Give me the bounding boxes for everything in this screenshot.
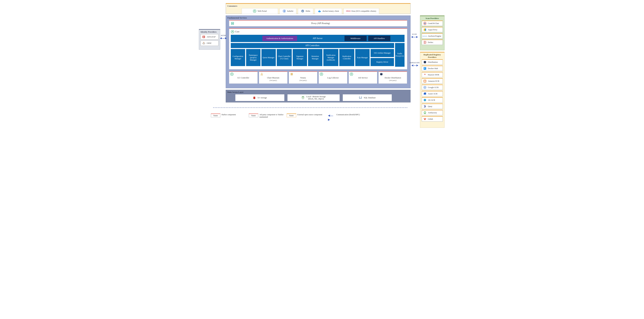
connector-replicate: REPLICATE ◄---► [410, 62, 420, 67]
svg-point-19 [360, 97, 360, 97]
svg-rect-27 [424, 29, 425, 31]
connector-scan: SCAN ◄---► [410, 33, 418, 39]
svg-point-11 [261, 73, 262, 74]
auth-pill: Authentication & Authorizations [262, 36, 297, 41]
scan-label: CentOS/Clair [428, 22, 439, 25]
clair-icon [423, 22, 427, 25]
core-box: Core API Server Authentication & Authori… [229, 28, 407, 69]
repl-label: Docker Hub [428, 67, 438, 70]
svg-rect-22 [203, 37, 204, 38]
dal-kv: k-v storage [235, 94, 284, 101]
traffic-proxy: Traffic Proxy(/v2) [395, 43, 404, 67]
identity-label: AD/LDAP [207, 36, 216, 38]
svc-label: GC Controller [238, 77, 249, 79]
oras-icon: ORAS [346, 9, 350, 13]
repl-artifactory: Artifactory [422, 110, 443, 115]
azure-icon [423, 92, 427, 96]
legend-text: Harbor component [222, 114, 253, 116]
legend-ext: Name External open source component [292, 114, 324, 117]
svg-point-36 [424, 87, 426, 88]
mgr-quota: Quota Manager [262, 49, 276, 66]
oidc-icon [202, 42, 206, 45]
svc-job: Job Service [348, 71, 377, 84]
svg-rect-24 [204, 42, 204, 44]
repl-label: Azure ACR [428, 93, 438, 95]
identity-oidc: OIDC [200, 41, 218, 46]
dal-label: k-v storage [258, 96, 267, 99]
legend-divider [213, 108, 408, 108]
svc-label: Notary [300, 77, 306, 79]
proxy-label: Proxy (API Routing) [234, 22, 407, 25]
consumers-title: Consumers [228, 5, 409, 7]
repl-label: Distribution [428, 61, 438, 63]
docker-icon [423, 67, 427, 70]
third-party-label: (3rd party) [270, 79, 277, 81]
dal-sql: SQL Database [343, 94, 392, 101]
dal-sublabel: (block, file, object) [306, 98, 326, 100]
repl-label: Quay [428, 105, 432, 108]
repl-gcr: Google GCR [422, 85, 443, 90]
harbor-icon [230, 72, 234, 76]
replicated-group: Replicated RegistryProviders Distributio… [420, 52, 444, 128]
legend-comm: ◄---► Communication (Restful/RPC) [330, 114, 362, 122]
scan-label: Anchore/Engine [428, 35, 441, 37]
repl-dockerhub: Docker Hub [422, 66, 443, 71]
repl-label: Google GCR [428, 86, 439, 89]
identity-group: Identity Providers AD/LDAP OIDC [199, 29, 220, 50]
connector-label: AUTH [221, 35, 226, 36]
svc-docker-dist: Docker Distribution(3rd party) [378, 71, 407, 84]
mgr-configuration: Configuration Manager [231, 49, 245, 66]
notary-icon [290, 72, 293, 76]
redis-icon [252, 96, 256, 99]
quay-icon [423, 105, 427, 108]
consumer-label: docker/notary client [322, 10, 339, 12]
core-title: Core [235, 31, 240, 33]
helm-icon [301, 9, 304, 13]
repl-azure: Azure ACR [422, 91, 443, 96]
scan-title: Scan Providers [422, 17, 443, 20]
dal-label: Local / Remote Storage [306, 96, 326, 98]
mgr-notification: Notification Manager (webhook) [323, 49, 338, 66]
svg-rect-37 [424, 93, 426, 95]
scan-group: Scan Providers CentOS/Clair Aqua/Trivy a… [420, 16, 444, 50]
fundamental-title: Fundamental Services [228, 17, 409, 19]
svc-gc: GC Controller [229, 71, 258, 84]
svg-rect-14 [291, 73, 292, 75]
double-arrow-icon: ◄---► [411, 64, 418, 67]
repl-label: Ali ACR [428, 99, 435, 101]
harbor-icon [253, 9, 256, 13]
harbor-icon [231, 30, 234, 34]
fundamental-group: Fundamental Services Proxy (API Routing)… [226, 16, 410, 88]
repl-label: Amazon ECR [428, 80, 440, 82]
svg-point-39 [424, 112, 426, 113]
scan-label: Aqua/Trivy [428, 29, 438, 31]
mgr-replication: Replication Controller [339, 49, 354, 66]
consumer-label: Helm [306, 10, 310, 12]
bucket-icon [301, 96, 305, 99]
repl-quay: Quay [422, 104, 443, 109]
svg-point-20 [361, 97, 361, 97]
harbor-icon [350, 72, 353, 76]
svg-rect-31 [424, 68, 425, 69]
svg-rect-28 [425, 29, 426, 31]
repl-label: Artifactory [428, 111, 437, 114]
svc-chartmuseum: Chart Museum(3rd party) [259, 71, 288, 84]
api-server-bar: API Server Authentication & Authorizatio… [231, 35, 404, 42]
connector-label: SCAN [412, 33, 417, 35]
repl-label: Huawei SWR [428, 74, 439, 76]
scan-anchore: anchore Anchore/Engine [422, 33, 443, 39]
identity-ldap: AD/LDAP [200, 34, 218, 40]
consumer-kubelet: kubelet [280, 8, 296, 14]
svg-rect-40 [424, 114, 426, 114]
scan-label: DoSec [428, 41, 434, 44]
ldap-icon [202, 35, 206, 39]
legend-text: 3rd party component w/ Harbor maintained [260, 114, 291, 118]
handlers-pill: API Handlers [368, 36, 390, 41]
svg-rect-30 [424, 68, 424, 69]
repl-huawei: Huawei SWR [422, 72, 443, 77]
consumer-label: kubelet [287, 10, 293, 12]
chartmuseum-icon [260, 72, 264, 76]
mgr-scan: Scan Manager [355, 49, 370, 66]
scan-dosec: DoSec [422, 40, 443, 45]
identity-title: Identity Providers [200, 31, 218, 33]
